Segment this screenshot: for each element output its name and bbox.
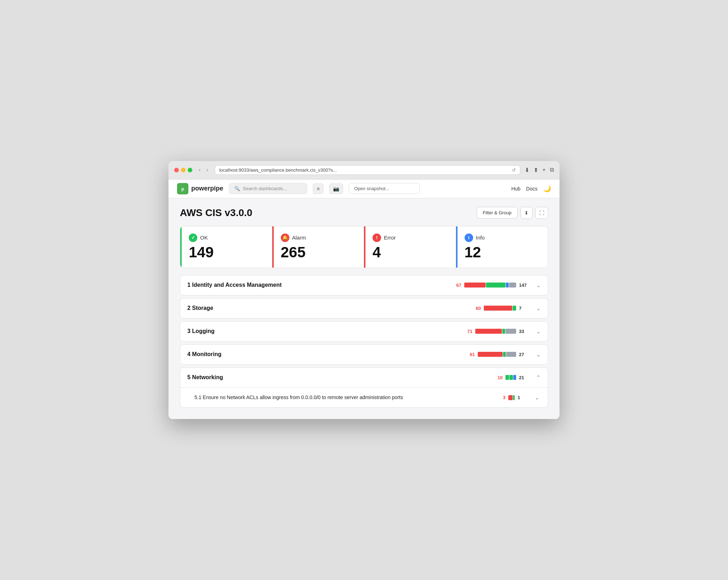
bar-segment-green — [503, 352, 506, 357]
error-label: Error — [384, 235, 396, 241]
stats-row: ✓ OK 149 🔔 Alarm 265 ! Error 4 — [180, 226, 548, 268]
section-3-count-right: 33 — [519, 329, 528, 334]
hub-link[interactable]: Hub — [511, 186, 520, 192]
stat-card-error[interactable]: ! Error 4 — [364, 226, 456, 268]
section-2-title: 2 Storage — [187, 305, 467, 311]
search-icon: 🔍 — [234, 186, 240, 191]
section-4-count-right: 27 — [519, 352, 528, 357]
info-label: Info — [476, 235, 485, 241]
ok-label: OK — [200, 235, 208, 241]
bar-segment-red — [484, 306, 512, 311]
section-2-bar-area: 60 7 — [472, 306, 528, 311]
section-3-bar-area: 71 33 — [464, 329, 528, 334]
section-3-title: 3 Logging — [187, 328, 458, 334]
subsection-5-1-title: 5.1 Ensure no Network ACLs allow ingress… — [194, 394, 491, 401]
section-5-chevron: ⌃ — [536, 374, 541, 381]
section-1-bars — [464, 283, 516, 288]
download-icon[interactable]: ⬇ — [525, 167, 529, 173]
section-2-bars — [484, 306, 516, 311]
page-header: AWS CIS v3.0.0 Filter & Group ⬇ ⛶ — [180, 207, 548, 219]
section-5-bar-area: 10 21 — [494, 375, 528, 380]
search-bar[interactable]: 🔍 Search dashboards... — [229, 183, 307, 194]
bar-segment-red — [475, 329, 502, 334]
refresh-icon[interactable]: ↺ — [512, 167, 516, 173]
stat-card-ok[interactable]: ✓ OK 149 — [180, 226, 272, 268]
error-icon: ! — [373, 233, 381, 242]
bar-segment-green — [513, 395, 515, 400]
browser-actions: ⬇ ⬆ + ⧉ — [525, 167, 554, 173]
section-row-3[interactable]: 3 Logging 71 33 ⌄ — [180, 321, 548, 342]
stat-header-info: i Info — [465, 233, 540, 242]
section-5-wrapper: 5 Networking 10 21 ⌃ 5. — [180, 367, 548, 408]
section-row-1[interactable]: 1 Identity and Access Management 67 147 … — [180, 275, 548, 295]
download-button[interactable]: ⬇ — [520, 207, 532, 219]
section-row-2[interactable]: 2 Storage 60 7 ⌄ — [180, 298, 548, 318]
alarm-value: 265 — [281, 244, 355, 261]
stat-card-info[interactable]: i Info 12 — [456, 226, 548, 268]
stat-header-error: ! Error — [373, 233, 447, 242]
ok-icon: ✓ — [189, 233, 197, 242]
section-4-title: 4 Monitoring — [187, 351, 461, 358]
bar-segment-gray — [506, 352, 516, 357]
alarm-label: Alarm — [292, 235, 306, 241]
section-row-4[interactable]: 4 Monitoring 61 27 ⌄ — [180, 344, 548, 365]
share-icon[interactable]: ⬆ — [534, 167, 538, 173]
camera-icon-btn[interactable]: 📷 — [329, 183, 343, 194]
error-value: 4 — [373, 244, 447, 261]
stat-header-alarm: 🔔 Alarm — [281, 233, 355, 242]
title-bar: ‹ › localhost:9033/aws_compliance.benchm… — [168, 161, 560, 179]
ok-value: 149 — [189, 244, 263, 261]
section-2-count-left: 60 — [472, 306, 481, 311]
close-button[interactable] — [174, 168, 179, 172]
subsection-5-1-bars — [508, 395, 515, 400]
search-placeholder: Search dashboards... — [243, 186, 287, 191]
nav-buttons: ‹ › — [197, 166, 210, 174]
section-2-chevron: ⌄ — [536, 305, 541, 312]
bar-segment-red — [508, 395, 513, 400]
docs-link[interactable]: Docs — [526, 186, 537, 192]
url-text: localhost:9033/aws_compliance.benchmark.… — [219, 167, 510, 173]
section-4-bars — [478, 352, 516, 357]
logo-icon: p — [177, 183, 188, 194]
page-title: AWS CIS v3.0.0 — [180, 207, 252, 219]
section-3-chevron: ⌄ — [536, 328, 541, 335]
section-3-bars — [475, 329, 516, 334]
section-5-count-left: 10 — [494, 375, 503, 380]
minimize-button[interactable] — [181, 168, 186, 172]
filter-group-button[interactable]: Filter & Group — [477, 207, 518, 219]
bar-segment-green — [502, 329, 505, 334]
section-5-subsections: 5.1 Ensure no Network ACLs allow ingress… — [180, 388, 548, 408]
forward-button[interactable]: › — [204, 166, 210, 174]
bar-segment-green-1 — [505, 375, 509, 380]
bar-segment-red — [464, 283, 486, 288]
bar-segment-green — [513, 306, 516, 311]
browser-window: ‹ › localhost:9033/aws_compliance.benchm… — [168, 161, 560, 419]
stat-card-alarm[interactable]: 🔔 Alarm 265 — [272, 226, 364, 268]
subsection-5-1-bar-area: 3 1 — [497, 395, 526, 400]
expand-button[interactable]: ⛶ — [535, 207, 548, 219]
logo[interactable]: p powerpipe — [177, 183, 223, 194]
subsection-5-1-chevron: ⌄ — [535, 394, 539, 401]
section-row-5[interactable]: 5 Networking 10 21 ⌃ — [180, 367, 548, 388]
bar-segment-green-2 — [509, 375, 513, 380]
header-actions: Filter & Group ⬇ ⛶ — [477, 207, 548, 219]
traffic-lights — [174, 168, 192, 172]
section-1-chevron: ⌄ — [536, 282, 541, 289]
svg-text:p: p — [181, 186, 184, 192]
new-tab-icon[interactable]: + — [542, 167, 546, 173]
stat-header-ok: ✓ OK — [189, 233, 263, 242]
subsection-5-1-count-right: 1 — [518, 395, 526, 400]
open-snapshot-btn[interactable]: Open snapshot... — [349, 183, 420, 194]
back-button[interactable]: ‹ — [197, 166, 203, 174]
section-4-bar-area: 61 27 — [466, 352, 528, 357]
section-2-count-right: 7 — [519, 306, 528, 311]
filter-icon-btn[interactable]: ≡ — [313, 183, 323, 194]
url-bar[interactable]: localhost:9033/aws_compliance.benchmark.… — [215, 165, 520, 175]
tabs-icon[interactable]: ⧉ — [550, 167, 554, 173]
subsection-5-1-row[interactable]: 5.1 Ensure no Network ACLs allow ingress… — [180, 388, 548, 408]
section-4-count-left: 61 — [466, 352, 475, 357]
maximize-button[interactable] — [188, 168, 192, 172]
dark-mode-toggle[interactable]: 🌙 — [543, 185, 551, 193]
sections-list: 1 Identity and Access Management 67 147 … — [180, 275, 548, 411]
info-value: 12 — [465, 244, 540, 261]
